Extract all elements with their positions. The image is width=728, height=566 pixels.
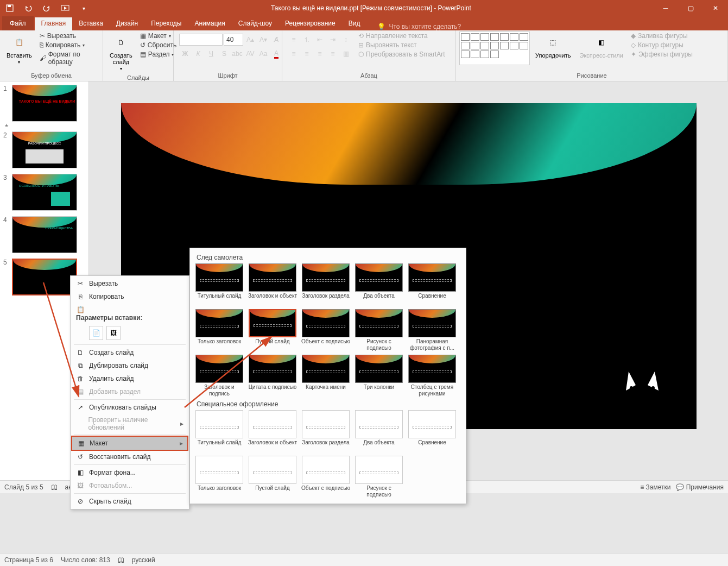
slide-thumb-1[interactable]: 1 ТАКОГО ВЫ ЕЩЁ НЕ ВИДЕЛИ	[3, 85, 85, 122]
ctx-layout[interactable]: ▦Макет▸	[71, 436, 188, 451]
bold-button[interactable]: Ж	[179, 48, 191, 60]
shape-effects-button[interactable]: ✦Эффекты фигуры	[629, 50, 695, 59]
slide-thumb-4[interactable]: 4 ПРЕИМУЩЕСТВА	[3, 216, 85, 253]
layout-option[interactable]: Рисунок с подписью	[354, 456, 404, 498]
close-button[interactable]: ✕	[703, 0, 728, 16]
new-slide-button[interactable]: 🗋 Создать слайд ▾	[106, 32, 136, 73]
char-spacing-button[interactable]: AV	[244, 48, 256, 60]
ctx-duplicate[interactable]: ⧉Дублировать слайд	[72, 359, 188, 372]
layout-option[interactable]: Цитата с подписью	[248, 355, 297, 397]
tab-design[interactable]: Дизайн	[110, 17, 144, 30]
ctx-cut[interactable]: ✂Вырезать	[72, 277, 188, 290]
start-from-beginning-button[interactable]	[60, 3, 71, 14]
layout-option[interactable]: Три колонки	[354, 355, 404, 397]
underline-button[interactable]: Ч	[205, 48, 217, 60]
ctx-copy[interactable]: ⎘Копировать	[72, 290, 188, 303]
paste-button[interactable]: 📋 Вставить ▾	[3, 32, 35, 67]
justify-button[interactable]: ≡	[327, 48, 339, 60]
tab-file[interactable]: Файл	[2, 16, 34, 30]
spellcheck-icon[interactable]: 🕮	[51, 483, 58, 491]
ctx-background[interactable]: ◧Формат фона...	[72, 466, 188, 479]
paste-keep-formatting[interactable]: 📄	[89, 326, 103, 340]
slide-thumb-2[interactable]: 2 РАБОЧИЙ ПРОЦЕСС	[3, 131, 85, 168]
comments-button[interactable]: 💬 Примечания	[676, 483, 724, 491]
line-spacing-button[interactable]: ↕	[340, 34, 352, 46]
layout-option[interactable]: Только заголовок	[194, 456, 244, 498]
shrink-font-button[interactable]: A▾	[257, 34, 269, 46]
layout-option[interactable]: Объект с подписью	[301, 456, 351, 498]
columns-button[interactable]: ▥	[340, 48, 352, 60]
layout-option[interactable]: Заголовок и подпись	[194, 355, 244, 397]
layout-option[interactable]: Панорамная фотография с п...	[407, 309, 457, 351]
layout-option[interactable]: Два объекта	[354, 410, 404, 452]
layout-option[interactable]: Пустой слайд	[248, 309, 297, 351]
layout-option[interactable]: Рисунок с подписью	[354, 309, 404, 351]
italic-button[interactable]: К	[192, 48, 204, 60]
layout-option[interactable]: Объект с подписью	[301, 309, 351, 351]
shape-fill-button[interactable]: ◆Заливка фигуры	[629, 32, 695, 40]
slide-thumb-3[interactable]: 3 ОСОБЕННОСТИ РАБОТЫ	[3, 174, 85, 211]
strikethrough-button[interactable]: abc	[231, 48, 243, 60]
font-size-combo[interactable]: 40	[224, 34, 243, 46]
layout-option[interactable]: Заголовок раздела	[301, 263, 351, 306]
shapes-gallery[interactable]	[459, 32, 530, 65]
align-right-button[interactable]: ≡	[314, 48, 326, 60]
font-color-button[interactable]: A	[270, 48, 282, 60]
layout-option[interactable]: Карточка имени	[301, 355, 351, 397]
paste-picture[interactable]: 🖼	[106, 326, 121, 340]
align-center-button[interactable]: ≡	[301, 48, 313, 60]
language[interactable]: русский	[132, 556, 155, 564]
layout-button[interactable]: ▦Макет▾	[138, 32, 179, 40]
maximize-button[interactable]: ▢	[678, 0, 703, 16]
layout-option[interactable]: Столбец с тремя рисунками	[407, 355, 457, 397]
layout-option[interactable]: Сравнение	[407, 263, 457, 306]
quick-styles-button[interactable]: ◧ Экспресс-стили	[576, 32, 626, 61]
ctx-delete[interactable]: 🗑Удалить слайд	[72, 372, 188, 385]
tab-animations[interactable]: Анимация	[188, 17, 231, 30]
shadow-button[interactable]: S	[218, 48, 230, 60]
copy-button[interactable]: ⎘Копировать▾	[37, 41, 99, 49]
tab-view[interactable]: Вид	[342, 17, 367, 30]
undo-button[interactable]	[23, 3, 34, 14]
tell-me[interactable]: 💡 Что вы хотите сделать?	[377, 23, 461, 30]
layout-option[interactable]: Заголовок и объект	[248, 263, 297, 306]
ctx-publish[interactable]: ↗Опубликовать слайды	[72, 401, 188, 414]
ctx-restore[interactable]: ↺Восстановить слайд	[72, 450, 188, 463]
ctx-hide[interactable]: ⊘Скрыть слайд	[72, 495, 188, 508]
tab-transitions[interactable]: Переходы	[144, 17, 188, 30]
cut-button[interactable]: ✂Вырезать	[37, 32, 99, 40]
increase-indent-button[interactable]: ⇥	[327, 34, 339, 46]
tab-review[interactable]: Рецензирование	[278, 17, 342, 30]
bullets-button[interactable]: ≡	[288, 34, 300, 46]
shape-outline-button[interactable]: ◇Контур фигуры	[629, 41, 695, 49]
minimize-button[interactable]: ─	[653, 0, 678, 16]
spellcheck-icon-2[interactable]: 🕮	[118, 556, 124, 564]
clear-formatting-button[interactable]: A̸	[270, 34, 282, 46]
align-text-button[interactable]: ⊟Выровнять текст	[356, 41, 447, 49]
ctx-new-slide[interactable]: 🗋Создать слайд	[72, 346, 188, 359]
smartart-button[interactable]: ⬡Преобразовать в SmartArt	[356, 50, 447, 59]
tab-insert[interactable]: Вставка	[72, 17, 110, 30]
layout-option[interactable]: Заголовок и объект	[248, 410, 297, 452]
qat-customize-button[interactable]: ▾	[78, 3, 89, 14]
section-button[interactable]: ▤Раздел▾	[138, 50, 179, 59]
change-case-button[interactable]: Aa	[257, 48, 269, 60]
numbering-button[interactable]: ⒈	[301, 34, 313, 46]
layout-option[interactable]: Пустой слайд	[248, 456, 297, 498]
tab-home[interactable]: Главная	[35, 17, 73, 30]
redo-button[interactable]	[41, 3, 52, 14]
reset-button[interactable]: ↺Сбросить	[138, 41, 179, 49]
format-painter-button[interactable]: 🖌Формат по образцу	[37, 50, 99, 66]
layout-option[interactable]: Сравнение	[407, 410, 457, 452]
grow-font-button[interactable]: A▴	[244, 34, 256, 46]
layout-option[interactable]: Два объекта	[354, 263, 404, 306]
word-count[interactable]: Число слов: 813	[61, 556, 110, 564]
layout-option[interactable]: Титульный слайд	[194, 263, 244, 306]
save-button[interactable]	[4, 3, 15, 14]
layout-option[interactable]: Заголовок раздела	[301, 410, 351, 452]
tab-slideshow[interactable]: Слайд-шоу	[232, 17, 278, 30]
notes-button[interactable]: ≡ Заметки	[640, 483, 670, 491]
arrange-button[interactable]: ⬚ Упорядочить	[532, 32, 574, 61]
font-family-combo[interactable]	[179, 34, 223, 46]
text-direction-button[interactable]: ⟲Направление текста	[356, 32, 447, 40]
